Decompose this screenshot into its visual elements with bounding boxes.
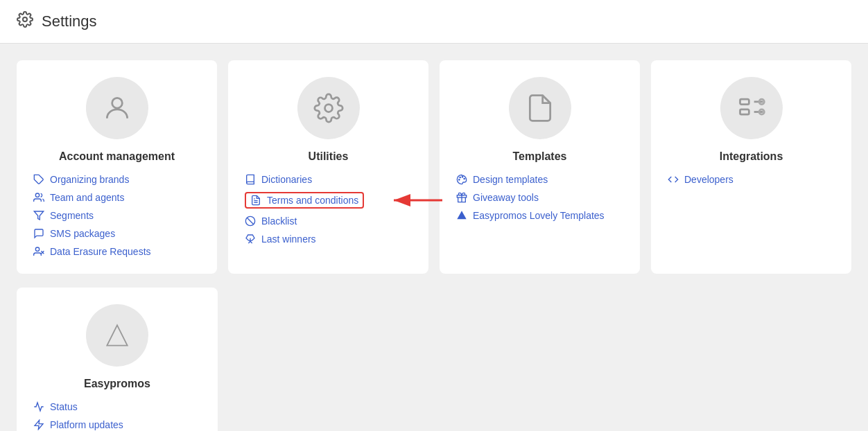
svg-marker-22 xyxy=(457,211,466,219)
templates-icon-circle xyxy=(509,77,571,139)
scroll-icon xyxy=(250,195,261,206)
terms-and-conditions-item: Terms and conditions xyxy=(245,192,412,209)
settings-icon xyxy=(17,11,33,32)
lightning-icon xyxy=(33,419,44,430)
templates-card: Templates Design templates Giveaway tool… xyxy=(440,60,640,274)
card-icon-wrapper xyxy=(245,77,412,139)
svg-point-16 xyxy=(462,177,462,177)
svg-marker-29 xyxy=(107,325,127,345)
easypromos-links: Status Platform updates Online helpdesk xyxy=(33,401,201,431)
templates-links: Design templates Giveaway tools Easyprom… xyxy=(456,174,623,221)
list-item: Blacklist xyxy=(245,216,412,227)
svg-point-19 xyxy=(459,179,460,180)
svg-point-8 xyxy=(324,105,332,112)
card-icon-wrapper xyxy=(456,77,623,139)
design-templates-link[interactable]: Design templates xyxy=(473,174,548,185)
svg-marker-4 xyxy=(34,211,43,220)
list-item: Platform updates xyxy=(33,419,201,430)
terms-and-conditions-link[interactable]: Terms and conditions xyxy=(267,195,358,206)
red-arrow-annotation xyxy=(390,190,446,211)
list-item: Dictionaries xyxy=(245,174,412,185)
pulse-icon xyxy=(33,401,44,412)
platform-updates-link[interactable]: Platform updates xyxy=(50,419,123,430)
list-item: Last winners xyxy=(245,234,412,245)
dictionaries-link[interactable]: Dictionaries xyxy=(261,174,312,185)
easypromos-lovely-templates-link[interactable]: Easypromos Lovely Templates xyxy=(473,210,605,221)
easypromos-title: Easypromos xyxy=(33,378,201,390)
integrations-card: Integrations Developers xyxy=(651,60,851,274)
card-icon-wrapper xyxy=(33,304,201,367)
card-icon-wrapper xyxy=(33,77,200,139)
book-icon xyxy=(245,174,256,185)
list-item: Giveaway tools xyxy=(456,192,623,203)
team-and-agents-link[interactable]: Team and agents xyxy=(50,192,124,203)
person-x-icon xyxy=(33,246,44,257)
gift-icon xyxy=(456,192,467,203)
trophy-icon xyxy=(245,234,256,245)
card-icon-wrapper xyxy=(668,77,835,139)
account-management-title: Account management xyxy=(33,150,200,163)
svg-rect-24 xyxy=(740,109,749,114)
svg-marker-30 xyxy=(35,420,43,429)
highlighted-terms-box: Terms and conditions xyxy=(245,192,364,209)
utilities-card: Utilities Dictionaries Terms and conditi… xyxy=(228,60,428,274)
svg-point-0 xyxy=(23,17,27,21)
organizing-brands-link[interactable]: Organizing brands xyxy=(50,174,129,185)
svg-point-3 xyxy=(35,193,39,197)
easypromos-icon-circle xyxy=(86,304,148,367)
svg-point-5 xyxy=(35,247,39,251)
list-item: SMS packages xyxy=(33,228,200,239)
account-management-card: Account management Organizing brands Tea… xyxy=(17,60,217,274)
code-icon xyxy=(668,174,679,185)
filter-icon xyxy=(33,210,44,221)
integrations-links: Developers xyxy=(668,174,835,185)
sms-icon xyxy=(33,228,44,239)
last-winners-link[interactable]: Last winners xyxy=(261,234,316,245)
svg-line-14 xyxy=(247,218,253,224)
tag-icon xyxy=(33,174,44,185)
sms-packages-link[interactable]: SMS packages xyxy=(50,228,115,239)
list-item: Segments xyxy=(33,210,200,221)
utilities-links: Dictionaries Terms and conditions xyxy=(245,174,412,245)
list-item: Design templates xyxy=(456,174,623,185)
page-title: Settings xyxy=(42,12,97,30)
status-link[interactable]: Status xyxy=(50,401,78,412)
integrations-title: Integrations xyxy=(668,150,835,163)
svg-point-18 xyxy=(460,177,460,177)
list-item: Status xyxy=(33,401,201,412)
blacklist-link[interactable]: Blacklist xyxy=(261,216,297,227)
segments-link[interactable]: Segments xyxy=(50,210,94,221)
integrations-icon-circle xyxy=(720,77,783,139)
developers-link[interactable]: Developers xyxy=(684,174,734,185)
svg-rect-23 xyxy=(740,99,749,104)
account-management-icon-circle xyxy=(86,77,148,139)
utilities-title: Utilities xyxy=(245,150,412,163)
account-management-links: Organizing brands Team and agents Segmen… xyxy=(33,174,200,257)
list-item: Data Erasure Requests xyxy=(33,246,200,257)
bottom-cards-row: Easypromos Status Platform updates Onlin… xyxy=(17,288,851,431)
svg-point-1 xyxy=(112,98,122,108)
list-item: Organizing brands xyxy=(33,174,200,185)
list-item: Easypromos Lovely Templates xyxy=(456,210,623,221)
giveaway-tools-link[interactable]: Giveaway tools xyxy=(473,192,539,203)
page-header: Settings xyxy=(0,0,868,44)
utilities-icon-circle xyxy=(297,77,360,139)
list-item: Developers xyxy=(668,174,835,185)
easypromos-card: Easypromos Status Platform updates Onlin… xyxy=(17,288,218,431)
main-content: Account management Organizing brands Tea… xyxy=(0,44,868,431)
svg-point-17 xyxy=(464,178,465,179)
data-erasure-requests-link[interactable]: Data Erasure Requests xyxy=(50,246,151,257)
templates-title: Templates xyxy=(456,150,623,163)
palette-icon xyxy=(456,174,467,185)
list-item: Team and agents xyxy=(33,192,200,203)
top-cards-row: Account management Organizing brands Tea… xyxy=(17,60,851,274)
blocked-icon xyxy=(245,216,256,227)
triangle-icon xyxy=(456,210,467,221)
people-icon xyxy=(33,192,44,203)
